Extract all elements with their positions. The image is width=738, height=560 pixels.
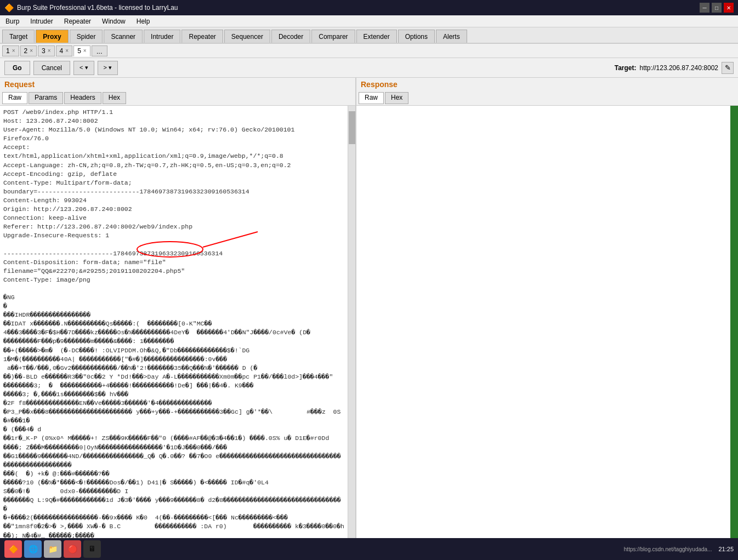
tab-intruder[interactable]: Intruder <box>144 30 180 43</box>
taskbar: 🔶 🌐 📁 🔴 🖥 https://blog.csdn.net/tagghiyu… <box>0 538 738 560</box>
response-content <box>356 106 738 544</box>
response-body <box>356 106 738 544</box>
num-tab-4[interactable]: 4 × <box>56 45 73 56</box>
response-tab-raw[interactable]: Raw <box>359 92 384 104</box>
num-tab-1-label: 1 <box>6 47 10 55</box>
tab-spider[interactable]: Spider <box>70 30 103 43</box>
num-tab-2-close[interactable]: × <box>30 48 33 54</box>
more-tabs-button[interactable]: ... <box>92 45 107 56</box>
num-tab-4-close[interactable]: × <box>65 48 69 54</box>
cancel-button[interactable]: Cancel <box>33 61 70 75</box>
request-scrollbar-thumb <box>349 111 355 144</box>
response-scrollbar[interactable] <box>730 106 738 544</box>
app-title: Burp Suite Professional v1.6beta - licen… <box>17 4 178 12</box>
taskbar-icon-4[interactable]: 🔴 <box>64 540 81 558</box>
response-panel: Response Raw Hex <box>356 78 738 544</box>
request-header: Request <box>0 78 355 91</box>
tab-alerts[interactable]: Alerts <box>436 30 467 43</box>
num-tab-5-label: 5 <box>77 47 81 55</box>
tab-sequencer[interactable]: Sequencer <box>224 30 270 43</box>
titlebar-controls: ─ □ ✕ <box>700 3 734 13</box>
response-tabs: Raw Hex <box>356 91 738 106</box>
menu-burp[interactable]: Burp <box>2 16 22 26</box>
tab-decoder[interactable]: Decoder <box>271 30 310 43</box>
taskbar-icon-2[interactable]: 🌐 <box>24 540 42 558</box>
back-button[interactable]: < ▾ <box>73 61 94 75</box>
request-tab-raw[interactable]: Raw <box>2 92 27 104</box>
request-tabs: Raw Params Headers Hex <box>0 91 355 106</box>
close-button[interactable]: ✕ <box>724 3 734 13</box>
request-wrapper <box>0 106 348 544</box>
target-label: Target: <box>615 64 637 72</box>
toolbar: Go Cancel < ▾ > ▾ Target: http://123.206… <box>0 58 738 78</box>
taskbar-icon-5[interactable]: 🖥 <box>83 540 101 558</box>
num-tab-3-label: 3 <box>42 47 46 55</box>
taskbar-time: 21:25 <box>718 546 734 552</box>
back-arrow: < ▾ <box>80 64 88 71</box>
num-tab-2-label: 2 <box>24 47 28 55</box>
num-tab-4-label: 4 <box>60 47 64 55</box>
tab-comparer[interactable]: Comparer <box>311 30 355 43</box>
content: Request Raw Params Headers Hex <box>0 78 738 544</box>
num-tab-2[interactable]: 2 × <box>20 45 37 56</box>
request-tab-hex[interactable]: Hex <box>103 92 126 104</box>
num-tab-1[interactable]: 1 × <box>2 45 19 56</box>
status-url: https://blog.csdn.net/tagghiyudada... <box>624 546 712 552</box>
tab-options[interactable]: Options <box>398 30 435 43</box>
menu-help[interactable]: Help <box>133 16 154 26</box>
tab-extender[interactable]: Extender <box>356 30 397 43</box>
num-tab-3-close[interactable]: × <box>48 48 51 54</box>
maximize-button[interactable]: □ <box>712 3 722 13</box>
request-body <box>0 106 355 544</box>
edit-icon: ✎ <box>725 64 731 72</box>
target-area: Target: http://123.206.87.240:8002 ✎ <box>615 62 734 74</box>
taskbar-icon-3[interactable]: 📁 <box>44 540 61 558</box>
minimize-button[interactable]: ─ <box>700 3 709 13</box>
app-icon: 🔶 <box>4 3 14 12</box>
tab-proxy[interactable]: Proxy <box>36 30 68 43</box>
request-scrollbar[interactable] <box>348 106 355 544</box>
tab-scanner[interactable]: Scanner <box>104 30 143 43</box>
num-tab-3[interactable]: 3 × <box>38 45 55 56</box>
forward-arrow: > ▾ <box>104 64 112 71</box>
titlebar-left: 🔶 Burp Suite Professional v1.6beta - lic… <box>4 3 178 12</box>
num-tab-5[interactable]: 5 × <box>73 45 90 56</box>
forward-button[interactable]: > ▾ <box>98 61 118 75</box>
titlebar: 🔶 Burp Suite Professional v1.6beta - lic… <box>0 0 738 15</box>
menu-repeater[interactable]: Repeater <box>61 16 94 26</box>
taskbar-icon-1[interactable]: 🔶 <box>4 540 22 558</box>
menu-intruder[interactable]: Intruder <box>27 16 56 26</box>
request-text[interactable] <box>0 106 348 544</box>
num-tab-1-close[interactable]: × <box>12 48 15 54</box>
response-tab-hex[interactable]: Hex <box>385 92 408 104</box>
num-tabs: 1 × 2 × 3 × 4 × 5 × ... <box>0 44 738 58</box>
target-url: http://123.206.87.240:8002 <box>640 64 718 72</box>
menubar: Burp Intruder Repeater Window Help <box>0 15 738 27</box>
taskbar-right: https://blog.csdn.net/tagghiyudada... 21… <box>624 546 734 552</box>
main-tabs: Target Proxy Spider Scanner Intruder Rep… <box>0 27 738 44</box>
go-button[interactable]: Go <box>4 61 30 75</box>
request-tab-headers[interactable]: Headers <box>64 92 101 104</box>
target-edit-button[interactable]: ✎ <box>722 62 734 74</box>
tab-target[interactable]: Target <box>2 30 35 43</box>
response-header: Response <box>356 78 738 91</box>
request-tab-params[interactable]: Params <box>29 92 63 104</box>
menu-window[interactable]: Window <box>99 16 129 26</box>
tab-repeater[interactable]: Repeater <box>181 30 223 43</box>
num-tab-5-close[interactable]: × <box>83 48 87 54</box>
request-panel: Request Raw Params Headers Hex <box>0 78 356 544</box>
